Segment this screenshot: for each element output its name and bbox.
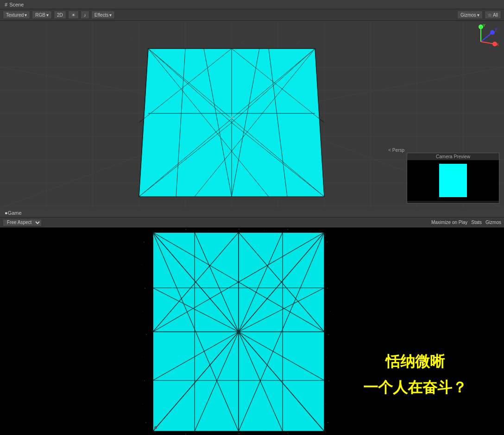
svg-rect-52 [269,43,270,44]
svg-rect-125 [326,357,327,358]
svg-rect-114 [143,311,143,311]
audio-icon: ♪ [84,12,86,18]
shading-arrow-icon: ▾ [25,12,27,18]
scene-viewport[interactable]: < Persp Camera Preview Z X Y [0,21,504,208]
svg-rect-123 [330,311,330,311]
svg-rect-112 [141,265,142,265]
rgb-arrow-icon: ▾ [46,12,49,18]
game-toolbar-right: Maximize on Play Stats Gizmos [431,220,501,225]
camera-preview-title: Camera Preview [407,153,499,160]
svg-rect-58 [137,90,138,91]
camera-preview: Camera Preview [407,153,499,204]
svg-rect-61 [132,160,133,160]
gizmo-svg: Z X Y [462,23,499,60]
sun-icon: ☀ [71,12,76,18]
svg-rect-126 [328,380,329,381]
game-toolbar: Free Aspect Maximize on Play Stats Gizmo… [0,218,504,228]
svg-rect-57 [134,67,135,68]
svg-rect-55 [310,42,311,42]
game-tab-icon: ● [5,210,8,216]
mode-btn[interactable]: 2D [54,11,66,19]
shading-label: Textured [6,12,24,18]
gizmo-container: Z X Y [462,23,499,60]
scene-tab-bar: # Scene [0,0,504,9]
svg-text:X: X [496,42,499,47]
svg-rect-43 [144,44,144,44]
svg-rect-64 [328,113,328,114]
svg-rect-132 [239,229,239,230]
camera-preview-viewport [407,160,499,201]
svg-rect-50 [241,42,242,43]
svg-rect-56 [324,40,325,41]
effects-dropdown[interactable]: Effects ▾ [91,11,115,19]
chinese-line1: 恬纳微晰 [363,352,467,372]
rgb-dropdown[interactable]: RGB ▾ [32,11,52,19]
svg-rect-128 [328,422,328,423]
svg-rect-42 [130,39,131,40]
game-viewport[interactable]: 恬纳微晰 一个人在奋斗？ [0,228,504,435]
svg-rect-124 [328,334,329,335]
svg-rect-45 [171,40,172,41]
svg-rect-141 [287,433,288,434]
aspect-select[interactable]: Free Aspect [3,219,42,226]
svg-rect-63 [331,90,332,91]
svg-text:Z: Z [495,28,498,32]
svg-rect-135 [310,230,311,231]
svg-rect-138 [208,432,209,433]
all-btn[interactable]: ☆ All [485,11,501,19]
svg-rect-54 [296,44,297,44]
game-svg [0,228,504,435]
svg-rect-130 [185,229,186,230]
shading-dropdown[interactable]: Textured ▾ [3,11,30,19]
svg-rect-62 [329,67,329,68]
svg-rect-113 [145,288,145,289]
preview-cyan-shape [439,164,467,197]
all-icon: ☆ [488,12,492,18]
effects-arrow-icon: ▾ [109,12,112,18]
maximize-on-play-btn[interactable]: Maximize on Play [431,220,467,225]
mode-label: 2D [57,12,63,18]
svg-rect-120 [327,242,328,242]
svg-rect-115 [146,334,147,335]
sun-btn[interactable]: ☀ [68,11,79,19]
scene-tab[interactable]: # Scene [0,0,28,9]
svg-rect-44 [158,42,158,43]
svg-rect-116 [142,357,142,358]
game-panel: ● Game Free Aspect Maximize on Play Stat… [0,208,504,435]
svg-text:Y: Y [483,23,485,28]
gizmos-dropdown[interactable]: Gizmos ▾ [457,11,483,19]
svg-rect-60 [135,137,136,137]
svg-rect-136 [162,433,163,433]
svg-rect-48 [213,44,214,45]
svg-rect-139 [239,433,239,434]
audio-btn[interactable]: ♪ [81,11,89,19]
rgb-label: RGB [35,12,45,18]
persp-label: < Persp [388,148,404,153]
gizmos-btn[interactable]: Gizmos [485,220,501,225]
effects-label: Effects [94,12,108,18]
game-tab[interactable]: ● Game [0,208,26,217]
svg-rect-117 [144,380,145,381]
svg-point-143 [154,426,157,429]
gizmos-arrow-icon: ▾ [477,12,479,18]
svg-rect-118 [142,404,143,404]
svg-rect-134 [287,229,288,230]
scene-toolbar: Textured ▾ RGB ▾ 2D ☀ ♪ Effects ▾ Gizmos… [0,9,504,21]
scene-tab-icon: # [5,2,7,7]
svg-rect-142 [310,434,311,434]
svg-rect-49 [227,41,227,41]
game-tab-bar: ● Game [0,208,504,218]
svg-point-70 [490,30,495,35]
svg-rect-137 [185,434,186,435]
stats-btn[interactable]: Stats [471,220,482,225]
svg-rect-47 [199,41,200,42]
svg-rect-53 [283,41,283,41]
scene-panel: # Scene Textured ▾ RGB ▾ 2D ☀ ♪ Effects … [0,0,504,208]
svg-rect-127 [326,404,326,404]
svg-rect-129 [162,230,163,230]
svg-rect-111 [144,242,145,242]
svg-rect-131 [208,230,209,231]
gizmos-label: Gizmos [460,12,476,18]
svg-rect-65 [330,137,331,137]
chinese-text-overlay: 恬纳微晰 一个人在奋斗？ [363,352,467,398]
